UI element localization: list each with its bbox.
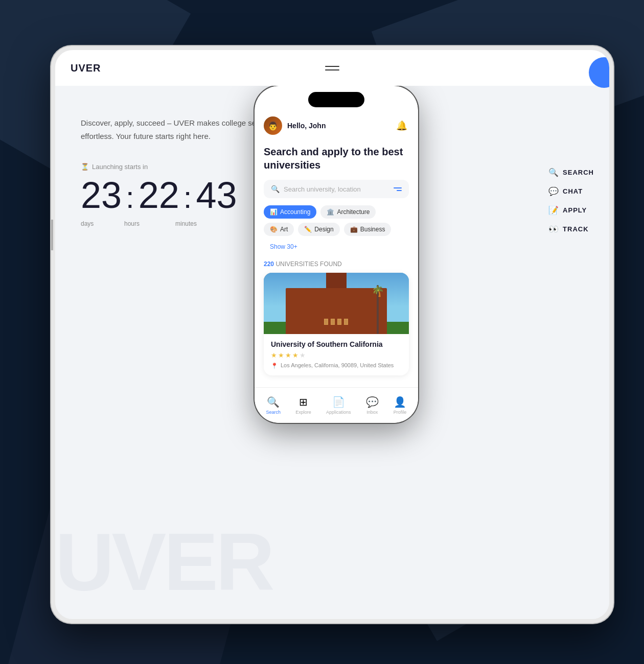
tablet-side-button xyxy=(51,220,53,250)
university-info: University of Southern California ★ ★ ★ … xyxy=(264,334,409,375)
minutes-label: minutes xyxy=(175,220,216,227)
art-label: Art xyxy=(280,226,288,233)
nav-profile-label: Profile xyxy=(394,410,407,415)
search-action-label: SEARCH xyxy=(563,169,594,176)
university-rating: ★ ★ ★ ★ ★ xyxy=(271,351,402,359)
phone-frame: 👨 Hello, John 🔔 Search and apply to the … xyxy=(255,86,418,423)
hourglass-icon: ⏳ xyxy=(81,163,89,171)
category-chips: 📊 Accounting 🏛️ Architecture 🎨 Art xyxy=(255,205,418,253)
countdown-sep-1: : xyxy=(126,180,134,215)
business-icon: 💼 xyxy=(350,226,358,233)
hamburger-line-2 xyxy=(325,69,339,70)
action-search[interactable]: 🔍 SEARCH xyxy=(548,168,594,177)
accounting-icon: 📊 xyxy=(270,208,278,216)
hamburger-line-1 xyxy=(325,66,339,67)
building-tower xyxy=(326,273,347,288)
nav-search-label: Search xyxy=(266,410,281,415)
search-bar[interactable]: 🔍 Search university, location xyxy=(264,180,409,198)
action-track[interactable]: 👀 TRACK xyxy=(548,224,594,234)
star-5-empty: ★ xyxy=(300,351,306,359)
action-chat[interactable]: 💬 CHAT xyxy=(548,186,594,196)
business-label: Business xyxy=(360,226,385,233)
nav-applications-label: Applications xyxy=(326,410,351,415)
university-image: 🌴 xyxy=(264,273,409,334)
nav-applications[interactable]: 📄 Applications xyxy=(326,396,351,415)
nav-profile-icon: 👤 xyxy=(394,396,406,408)
filter-icon[interactable] xyxy=(394,187,402,191)
show-more-label: Show 30+ xyxy=(270,243,297,250)
university-location: 📍 Los Angeles, California, 90089, United… xyxy=(271,362,402,369)
nav-explore-label: Explore xyxy=(295,410,311,415)
architecture-icon: 🏛️ xyxy=(327,208,334,216)
avatar-emoji: 👨 xyxy=(268,121,278,131)
chip-business[interactable]: 💼 Business xyxy=(344,223,392,236)
chat-action-icon: 💬 xyxy=(548,186,559,196)
main-content: Discover, apply, succeed – UVER makes co… xyxy=(55,86,609,619)
star-2: ★ xyxy=(278,351,284,359)
phone-mockup: 👨 Hello, John 🔔 Search and apply to the … xyxy=(255,86,418,423)
apply-action-icon: 📝 xyxy=(548,205,559,215)
days-label: days xyxy=(81,220,124,227)
user-avatar: 👨 xyxy=(264,116,282,135)
tablet-screen: UVER Discover, apply, succeed – UVER mak… xyxy=(55,50,609,619)
nav-inbox-icon: 💬 xyxy=(366,396,379,408)
star-1: ★ xyxy=(271,351,277,359)
search-action-icon: 🔍 xyxy=(548,168,559,177)
window-2 xyxy=(331,319,335,325)
art-icon: 🎨 xyxy=(270,226,278,233)
user-avatar-circle[interactable] xyxy=(589,57,609,88)
search-left: 🔍 Search university, location xyxy=(271,185,361,193)
chip-design[interactable]: ✏️ Design xyxy=(298,223,339,236)
hours-label: hours xyxy=(124,220,175,227)
search-input-placeholder: Search university, location xyxy=(284,185,361,193)
university-building-illustration: 🌴 xyxy=(264,273,409,334)
nav-inbox-label: Inbox xyxy=(366,410,378,415)
notification-bell-icon[interactable]: 🔔 xyxy=(395,118,409,133)
hero-text-section: Search and apply to the best universitie… xyxy=(255,141,418,180)
dynamic-island xyxy=(308,92,364,107)
university-card[interactable]: 🌴 University of Southern California ★ ★ … xyxy=(264,273,409,375)
countdown-minutes: 43 xyxy=(196,177,237,214)
filter-line-1 xyxy=(394,187,402,188)
design-icon: ✏️ xyxy=(304,226,312,233)
right-sidebar: 🔍 SEARCH 💬 CHAT 📝 APPLY 👀 TRACK xyxy=(548,168,594,234)
palm-leaves: 🌴 xyxy=(372,285,384,297)
window-4 xyxy=(344,319,348,325)
chip-show-more[interactable]: Show 30+ xyxy=(264,240,304,253)
nav-search-icon: 🔍 xyxy=(267,396,280,408)
nav-explore[interactable]: ⊞ Explore xyxy=(295,396,311,415)
nav-explore-icon: ⊞ xyxy=(299,396,308,408)
app-logo: UVER xyxy=(71,62,101,74)
nav-inbox[interactable]: 💬 Inbox xyxy=(366,396,379,415)
filter-line-2 xyxy=(397,190,402,191)
chip-art[interactable]: 🎨 Art xyxy=(264,223,294,236)
location-text: Los Angeles, California, 90089, United S… xyxy=(281,362,394,368)
greeting-text: Hello, John xyxy=(287,122,326,130)
phone-screen: 👨 Hello, John 🔔 Search and apply to the … xyxy=(255,86,418,423)
user-greeting: 👨 Hello, John xyxy=(264,116,326,135)
apply-action-label: APPLY xyxy=(563,206,587,214)
action-apply[interactable]: 📝 APPLY xyxy=(548,205,594,215)
phone-bottom-nav: 🔍 Search ⊞ Explore 📄 Applications xyxy=(255,387,418,423)
nav-profile[interactable]: 👤 Profile xyxy=(394,396,407,415)
results-label: UNIVERSITIES FOUND xyxy=(275,260,341,268)
track-action-icon: 👀 xyxy=(548,224,559,234)
phone-header: 👨 Hello, John 🔔 xyxy=(255,116,418,141)
app-topbar: UVER xyxy=(55,50,609,86)
track-action-label: TRACK xyxy=(563,225,589,233)
nav-search[interactable]: 🔍 Search xyxy=(266,396,281,415)
countdown-sep-2: : xyxy=(183,180,192,215)
watermark-text: UVER xyxy=(55,515,272,609)
accounting-label: Accounting xyxy=(280,208,310,216)
palm-tree: 🌴 xyxy=(376,285,380,334)
results-number: 220 xyxy=(264,260,274,268)
star-4: ★ xyxy=(292,351,298,359)
design-label: Design xyxy=(314,226,333,233)
university-name: University of Southern California xyxy=(271,340,402,348)
tablet-frame: UVER Discover, apply, succeed – UVER mak… xyxy=(51,46,613,623)
chip-architecture[interactable]: 🏛️ Architecture xyxy=(320,205,376,219)
chip-accounting[interactable]: 📊 Accounting xyxy=(264,205,316,219)
hamburger-menu[interactable] xyxy=(325,66,339,70)
location-pin-icon: 📍 xyxy=(271,363,278,369)
countdown-hours: 22 xyxy=(139,177,179,214)
